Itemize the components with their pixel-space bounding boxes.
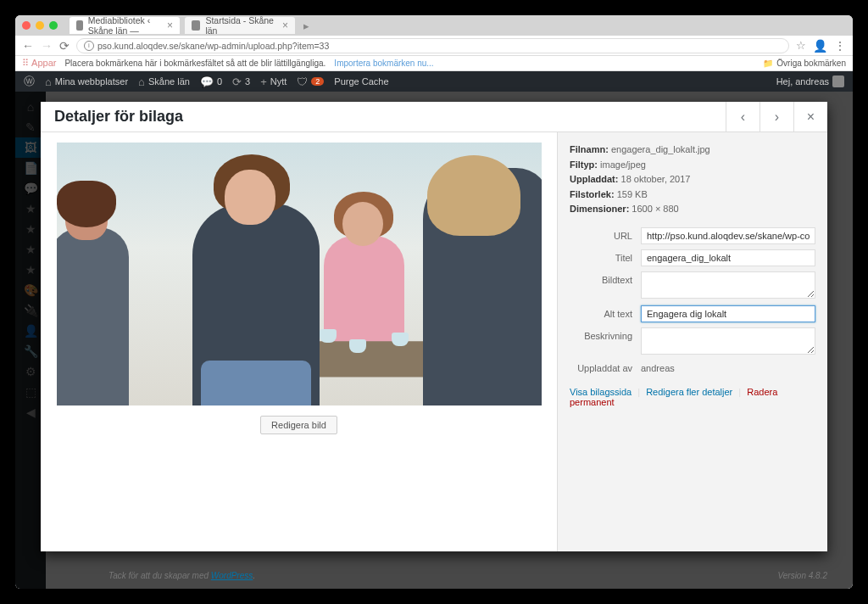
attachment-details-panel: Filnamn: engagera_dig_lokalt.jpg Filtyp:… xyxy=(558,132,827,551)
wp-admin-bar: ⓦ ⌂Mina webbplatser ⌂Skåne län 💬0 ⟳3 +Ny… xyxy=(15,71,853,92)
edit-image-button[interactable]: Redigera bild xyxy=(260,416,337,434)
prev-attachment-button[interactable]: ‹ xyxy=(726,102,760,132)
address-bar: ← → ⟳ i pso.kund.aloqdev.se/skane/wp-adm… xyxy=(15,36,853,56)
attachment-meta: Filnamn: engagera_dig_lokalt.jpg Filtyp:… xyxy=(570,143,815,217)
view-attachment-link[interactable]: Visa bilagssida xyxy=(570,387,632,397)
version-text: Version 4.8.2 xyxy=(777,571,827,580)
title-label: Titel xyxy=(570,249,632,263)
next-attachment-button[interactable]: › xyxy=(760,102,793,132)
browser-menu-icon[interactable]: ⋮ xyxy=(834,39,846,53)
close-tab-icon[interactable]: × xyxy=(282,20,288,31)
minimize-window-icon[interactable] xyxy=(36,21,44,30)
close-tab-icon[interactable]: × xyxy=(167,20,173,31)
site-name-link[interactable]: ⌂Skåne län xyxy=(138,76,190,88)
tab-label: Mediabibliotek ‹ Skåne län — xyxy=(88,15,162,36)
url-text: pso.kund.aloqdev.se/skane/wp-admin/uploa… xyxy=(97,41,329,51)
description-label: Beskrivning xyxy=(570,327,632,341)
new-tab-icon[interactable]: ▸ xyxy=(303,20,309,32)
new-content-link[interactable]: +Nytt xyxy=(260,76,287,88)
url-input[interactable] xyxy=(641,227,815,244)
comments-link[interactable]: 💬0 xyxy=(200,76,222,88)
description-input[interactable] xyxy=(641,327,815,355)
url-input[interactable]: i pso.kund.aloqdev.se/skane/wp-admin/upl… xyxy=(76,38,789,53)
site-info-icon[interactable]: i xyxy=(84,41,94,51)
attachment-image xyxy=(57,143,542,405)
import-bookmarks-link[interactable]: Importera bokmärken nu... xyxy=(334,59,433,68)
close-modal-button[interactable]: × xyxy=(793,102,827,132)
user-greeting[interactable]: Hej, andreas xyxy=(776,76,844,87)
close-window-icon[interactable] xyxy=(22,21,31,30)
back-icon[interactable]: ← xyxy=(22,39,34,53)
caption-input[interactable] xyxy=(641,271,815,299)
forward-icon[interactable]: → xyxy=(41,39,53,53)
browser-tab-bar: Mediabibliotek ‹ Skåne län — × Startsida… xyxy=(15,15,853,36)
alt-label: Alt text xyxy=(570,305,632,319)
caption-label: Bildtext xyxy=(570,271,632,285)
window-controls xyxy=(22,21,58,30)
attachment-actions: Visa bilagssida | Redigera fler detaljer… xyxy=(570,387,815,407)
folder-icon: 📁 xyxy=(763,59,773,68)
attachment-preview: Redigera bild xyxy=(41,132,558,551)
uploader-name: andreas xyxy=(641,363,675,373)
profile-icon[interactable]: 👤 xyxy=(813,39,827,53)
modal-header: Detaljer för bilaga ‹ › × xyxy=(41,102,827,132)
tab-label: Startsida - Skåne län xyxy=(205,15,277,36)
wp-logo-icon[interactable]: ⓦ xyxy=(24,74,35,89)
bookmark-bar: ⠿ Appar Placera bokmärkena här i bokmärk… xyxy=(15,56,853,71)
browser-tab[interactable]: Startsida - Skåne län × xyxy=(185,17,295,34)
alt-text-input[interactable] xyxy=(641,305,815,322)
updates-link[interactable]: ⟳3 xyxy=(232,76,250,88)
uploader-label: Uppladdat av xyxy=(570,363,632,373)
bookmark-hint: Placera bokmärkena här i bokmärkesfältet… xyxy=(64,59,326,68)
attachment-details-modal: Detaljer för bilaga ‹ › × xyxy=(41,102,827,551)
content-area: ⌂ ✎ 🖼 📄 💬 ★ ★ ★ ★ 🎨 🔌 👤 🔧 ⚙ ⬚ ◀ Detaljer… xyxy=(15,92,853,589)
wordpress-link[interactable]: WordPress xyxy=(211,571,253,580)
maximize-window-icon[interactable] xyxy=(49,21,58,30)
bookmark-star-icon[interactable]: ☆ xyxy=(796,39,806,52)
avatar-icon xyxy=(832,76,844,87)
tab-favicon-icon xyxy=(192,20,200,31)
url-label: URL xyxy=(570,227,632,241)
edit-more-link[interactable]: Redigera fler detaljer xyxy=(646,387,732,397)
my-sites-link[interactable]: ⌂Mina webbplatser xyxy=(45,76,128,88)
title-input[interactable] xyxy=(641,249,815,266)
tab-favicon-icon xyxy=(76,20,83,31)
purge-cache-link[interactable]: Purge Cache xyxy=(334,76,388,87)
reload-icon[interactable]: ⟳ xyxy=(59,39,70,53)
apps-icon[interactable]: ⠿ Appar xyxy=(22,58,56,69)
notifications-link[interactable]: 🛡2 xyxy=(297,76,324,88)
browser-tab-active[interactable]: Mediabibliotek ‹ Skåne län — × xyxy=(70,17,180,34)
other-bookmarks[interactable]: 📁 Övriga bokmärken xyxy=(763,59,846,68)
modal-title: Detaljer för bilaga xyxy=(54,108,183,126)
admin-footer: Tack för att du skapar med WordPress. Ve… xyxy=(108,571,827,580)
